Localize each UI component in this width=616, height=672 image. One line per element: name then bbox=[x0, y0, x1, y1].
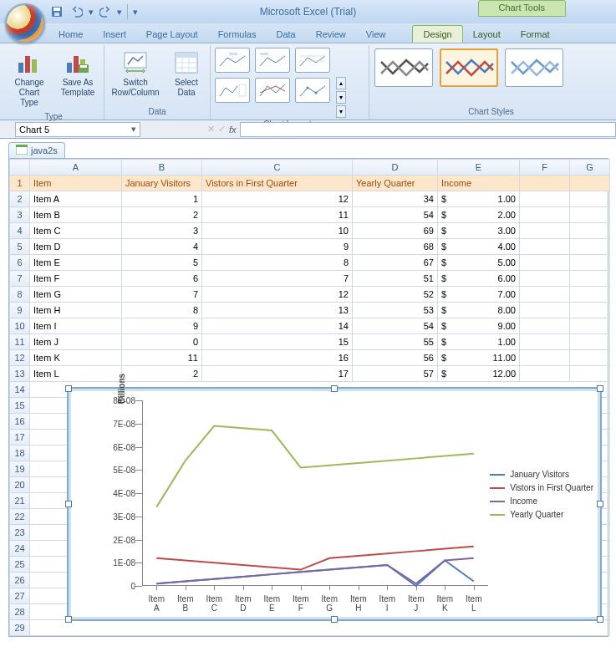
cell[interactable]: Item J bbox=[30, 334, 122, 350]
row-header[interactable]: 7 bbox=[10, 271, 30, 287]
cell[interactable]: Item D bbox=[30, 239, 122, 255]
row-header[interactable]: 13 bbox=[10, 366, 30, 382]
cell[interactable]: $8.00 bbox=[438, 303, 520, 318]
formula-input[interactable] bbox=[240, 122, 616, 137]
cell[interactable]: $11.00 bbox=[438, 350, 520, 366]
save-as-template-button[interactable]: Save As Template bbox=[55, 47, 100, 100]
chart-layout-option[interactable] bbox=[295, 48, 330, 73]
row-header[interactable]: 1 bbox=[10, 176, 30, 191]
cell[interactable]: 2 bbox=[122, 207, 202, 223]
row-header[interactable]: 8 bbox=[10, 287, 30, 303]
cell[interactable]: 12 bbox=[202, 191, 353, 207]
row-header[interactable]: 14 bbox=[10, 382, 30, 398]
cell[interactable]: 2 bbox=[122, 366, 202, 382]
cell[interactable]: 10 bbox=[202, 223, 353, 239]
cell[interactable]: 11 bbox=[202, 207, 353, 223]
cell[interactable]: 57 bbox=[353, 366, 438, 382]
tab-view[interactable]: View bbox=[356, 26, 396, 43]
cell[interactable]: 67 bbox=[353, 255, 438, 271]
row-header[interactable]: 6 bbox=[10, 255, 30, 271]
cell[interactable]: Item L bbox=[30, 366, 122, 382]
cell[interactable]: 54 bbox=[353, 318, 438, 334]
column-header[interactable]: A bbox=[30, 160, 122, 176]
header-cell[interactable]: Yearly Quarter bbox=[353, 176, 438, 191]
row-header[interactable]: 3 bbox=[10, 207, 30, 223]
tab-review[interactable]: Review bbox=[306, 26, 356, 43]
cell[interactable]: Item C bbox=[30, 223, 122, 239]
row-header[interactable]: 2 bbox=[10, 191, 30, 207]
cell[interactable]: $9.00 bbox=[438, 318, 520, 334]
row-header[interactable]: 21 bbox=[10, 493, 30, 509]
row-header[interactable]: 17 bbox=[10, 430, 30, 445]
header-cell[interactable]: Income bbox=[438, 176, 520, 191]
cell[interactable]: $2.00 bbox=[438, 207, 520, 223]
cell[interactable]: Item I bbox=[30, 318, 122, 334]
resize-handle[interactable] bbox=[597, 385, 603, 392]
row-header[interactable]: 20 bbox=[10, 477, 30, 493]
cell[interactable]: 15 bbox=[202, 334, 353, 350]
row-header[interactable]: 25 bbox=[10, 557, 30, 573]
switch-row-column-button[interactable]: Switch Row/Column bbox=[108, 47, 163, 100]
cell[interactable]: $5.00 bbox=[438, 255, 520, 271]
tab-insert[interactable]: Insert bbox=[93, 26, 136, 43]
cell[interactable]: 8 bbox=[202, 255, 353, 271]
cell[interactable]: $1.00 bbox=[438, 191, 520, 207]
resize-handle[interactable] bbox=[65, 385, 72, 392]
cell[interactable]: 8 bbox=[122, 303, 202, 318]
select-all-cell[interactable] bbox=[10, 160, 30, 176]
tab-design[interactable]: Design bbox=[412, 25, 462, 43]
cell[interactable]: 34 bbox=[353, 191, 438, 207]
cell[interactable]: 17 bbox=[202, 366, 353, 382]
dropdown-caret-icon[interactable]: ▾ bbox=[89, 7, 94, 18]
tab-layout[interactable]: Layout bbox=[463, 26, 511, 43]
cell[interactable]: 52 bbox=[353, 287, 438, 303]
cell[interactable]: 14 bbox=[202, 318, 353, 334]
column-header[interactable]: B bbox=[122, 160, 202, 176]
cell[interactable]: Item A bbox=[30, 191, 122, 207]
cell[interactable]: 0 bbox=[122, 334, 202, 350]
tab-formulas[interactable]: Formulas bbox=[208, 26, 267, 43]
cell[interactable]: 13 bbox=[202, 303, 353, 318]
column-header[interactable]: F bbox=[520, 160, 570, 176]
layouts-scroll-up[interactable]: ▴ bbox=[336, 77, 346, 89]
chart-layout-option[interactable] bbox=[255, 78, 290, 103]
chart-style-option[interactable] bbox=[505, 48, 563, 87]
chart-layout-option[interactable] bbox=[215, 48, 250, 73]
header-cell[interactable]: Item bbox=[30, 176, 122, 191]
chart-style-option[interactable] bbox=[374, 48, 433, 87]
select-data-button[interactable]: Select Data bbox=[166, 47, 206, 100]
name-box[interactable]: Chart 5 ▾ bbox=[15, 122, 140, 137]
cell[interactable]: 55 bbox=[353, 334, 438, 350]
office-button[interactable] bbox=[5, 3, 45, 43]
row-header[interactable]: 18 bbox=[10, 445, 30, 461]
row-header[interactable]: 19 bbox=[10, 461, 30, 477]
layouts-more[interactable]: ▾ bbox=[336, 105, 346, 118]
cell[interactable]: Item B bbox=[30, 207, 122, 223]
layouts-scroll-down[interactable]: ▾ bbox=[336, 91, 346, 104]
cell[interactable]: 7 bbox=[122, 287, 202, 303]
cell[interactable]: 9 bbox=[202, 239, 353, 255]
cell[interactable]: 1 bbox=[122, 191, 202, 207]
cell[interactable]: 3 bbox=[122, 223, 202, 239]
dropdown-caret-icon[interactable]: ▾ bbox=[117, 7, 122, 18]
change-chart-type-button[interactable]: Change Chart Type bbox=[7, 47, 52, 110]
row-header[interactable]: 23 bbox=[10, 525, 30, 541]
row-header[interactable]: 11 bbox=[10, 334, 30, 350]
save-icon[interactable] bbox=[48, 3, 65, 20]
cell[interactable]: $7.00 bbox=[438, 287, 520, 303]
row-header[interactable]: 22 bbox=[10, 509, 30, 525]
cell[interactable]: Item G bbox=[30, 287, 122, 303]
column-header[interactable]: D bbox=[353, 160, 438, 176]
row-header[interactable]: 26 bbox=[10, 573, 30, 588]
cell[interactable]: $3.00 bbox=[438, 223, 520, 239]
undo-icon[interactable] bbox=[69, 3, 85, 20]
row-header[interactable]: 4 bbox=[10, 223, 30, 239]
resize-handle[interactable] bbox=[331, 385, 338, 392]
spreadsheet-grid[interactable]: ABCDEFG1ItemJanuary VisitorsVistors in F… bbox=[9, 159, 610, 636]
cell[interactable]: 5 bbox=[122, 255, 202, 271]
cell[interactable]: 54 bbox=[353, 207, 438, 223]
cell[interactable]: 56 bbox=[353, 350, 438, 366]
header-cell[interactable]: Vistors in First Quarter bbox=[202, 176, 353, 191]
tab-page-layout[interactable]: Page Layout bbox=[136, 26, 208, 43]
cell[interactable]: 6 bbox=[122, 271, 202, 287]
